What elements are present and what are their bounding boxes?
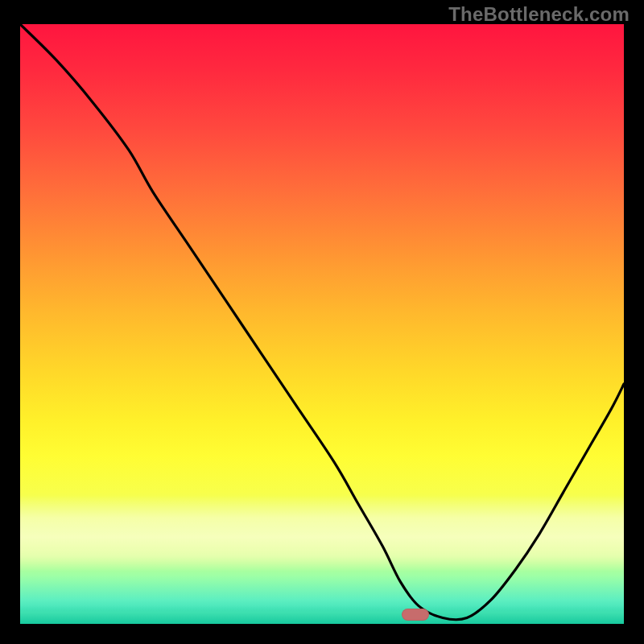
- plot-area: [20, 24, 624, 624]
- optimal-marker: [402, 609, 429, 621]
- curve-path: [20, 24, 624, 620]
- bottleneck-curve: [20, 24, 624, 624]
- watermark-text: TheBottleneck.com: [448, 3, 630, 26]
- chart-frame: TheBottleneck.com: [0, 0, 644, 644]
